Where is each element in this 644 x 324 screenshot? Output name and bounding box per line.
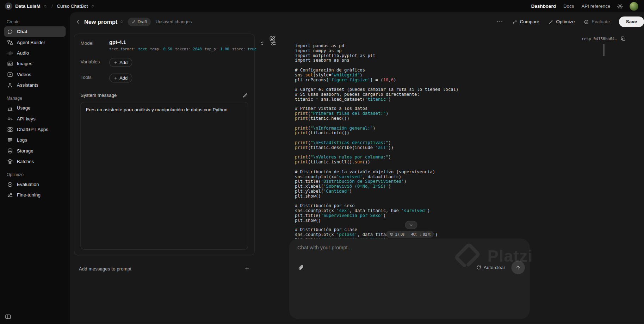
sidebar-item-label: Images [17,61,32,66]
sidebar-item-batches[interactable]: Batches [4,156,66,167]
input-tokens-value: 40t [411,232,416,237]
code-line: plt.show() [295,218,599,223]
generate-system-message-icon[interactable] [242,92,248,98]
add-messages-label: Add messages to prompt [79,266,131,271]
sidebar-section-create: Create [7,19,63,24]
compare-button[interactable]: Compare [512,19,539,24]
compare-label: Compare [520,19,539,24]
code-line: print("\nEstadísticas descriptivas:") [295,141,599,145]
usage-icon [7,105,13,111]
evaluate-button[interactable]: Evaluate [584,19,610,24]
arrow-up-icon [515,264,521,270]
sidebar-item-label: Fine-tuning [17,193,41,198]
arrow-up-small-icon: ↑ [408,232,410,236]
sidebar-item-assistants[interactable]: Assistants [4,80,66,90]
sidebar-item-audio[interactable]: Audio [4,48,66,58]
code-line: print(titanic.isnull().sum()) [295,160,599,165]
model-switch-icon[interactable] [259,40,265,46]
evaluate-label: Evaluate [592,19,610,24]
output-tokens-value: 827t [423,232,431,237]
sidebar-item-chatgpt-apps[interactable]: ChatGPT Apps [4,124,66,135]
pencil-icon [131,20,136,24]
attachment-paperclip-icon[interactable] [295,261,307,273]
add-variable-button[interactable]: Add [109,58,132,67]
add-tool-button[interactable]: Add [109,74,132,83]
optimize-button[interactable]: Optimize [548,19,575,24]
code-line: plt.title('Supervivencia por Sexo') [295,213,599,218]
code-line: # Si usas seaborn, puedes cargarlo direc… [295,92,599,97]
model-selector[interactable]: gpt-4.1 [109,39,259,45]
copy-icon[interactable] [621,36,626,42]
sidebar-item-label: Batches [17,159,34,164]
save-button[interactable]: Save [619,17,644,27]
nav-docs[interactable]: Docs [563,4,574,8]
code-scrollbar[interactable] [603,44,605,56]
prompt-config-card: Model gpt-4.1 text.format: texttemp: 0.5… [74,34,255,256]
sidebar-item-videos[interactable]: Videos [4,69,66,80]
sidebar-item-usage[interactable]: Usage [4,102,66,113]
sidebar-item-logs[interactable]: Logs [4,135,66,145]
sidebar-item-storage[interactable]: Storage [4,145,66,156]
sidebar-item-label: Chat [17,29,27,34]
compare-icon [512,19,517,24]
optimize-label: Optimize [556,19,575,24]
sidebar-item-images[interactable]: Images [4,58,66,69]
main-panel: New prompt Draft Unsaved changes Compare… [70,12,644,324]
tools-row: Tools Add [81,74,248,83]
back-button[interactable] [73,17,83,27]
batches-icon [7,158,13,164]
chevron-down-icon [409,223,414,228]
sidebar-item-chat[interactable]: Chat [4,26,66,37]
collapse-sidebar-icon[interactable] [5,314,11,320]
sidebar: CreateChatAgent BuilderAudioImagesVideos… [0,12,70,324]
sidebar-item-agent-builder[interactable]: Agent Builder [4,37,66,48]
code-line: import numpy as np [295,48,599,53]
scroll-to-bottom-button[interactable] [405,221,417,229]
chat-input[interactable]: Chat with your prompt... Auto-clear [289,238,530,319]
add-tool-label: Add [119,76,128,81]
latency-stat: 17.8s [389,232,404,237]
sidebar-item-label: Storage [17,148,33,153]
compose-edit-icon[interactable] [269,35,276,42]
latency-value: 17.8s [395,232,405,237]
draft-badge-label: Draft [137,19,147,24]
project-select-icon[interactable] [91,4,95,8]
variables-label: Variables [81,58,110,64]
assistants-icon [7,82,13,88]
sidebar-item-label: Audio [17,50,29,55]
sidebar-item-label: API keys [17,116,36,121]
more-options-button[interactable] [496,18,503,25]
code-line: print(titanic.describe(include='all')) [295,145,599,150]
draft-badge[interactable]: Draft [128,18,150,26]
sidebar-item-fine-tuning[interactable]: Fine-tuning [4,190,66,200]
add-message-button[interactable] [244,266,250,271]
plus-icon [114,61,117,64]
chat-controls: Auto-clear [295,260,525,275]
audio-icon [7,50,13,56]
sidebar-sections: CreateChatAgent BuilderAudioImagesVideos… [4,19,66,200]
code-line: print(titanic.info()) [295,131,599,136]
variables-row: Variables Add [81,58,248,67]
code-line [295,164,599,169]
system-message-input[interactable]: Eres un asistente para análisis y manipu… [81,102,248,250]
send-button[interactable] [511,261,525,274]
title-select-icon[interactable] [119,20,124,24]
project-name[interactable]: Curso ChatBot [57,4,88,8]
nav-api-reference[interactable]: API reference [581,4,610,8]
org-logo[interactable]: D [5,2,12,10]
unsaved-status: Unsaved changes [155,19,192,24]
auto-clear-toggle[interactable]: Auto-clear [476,264,505,270]
org-name[interactable]: Data LuisM [15,4,41,8]
nav-dashboard[interactable]: Dashboard [531,4,556,8]
settings-gear-icon[interactable] [617,3,623,9]
sidebar-item-evaluation[interactable]: Evaluation [4,179,66,189]
code-line: import seaborn as sns [295,58,599,63]
sidebar-item-api-keys[interactable]: API keys [4,113,66,124]
prompt-header: New prompt Draft Unsaved changes Compare… [70,12,644,31]
page-title[interactable]: New prompt [84,18,117,25]
user-avatar[interactable] [630,2,638,10]
clock-icon [389,232,394,237]
fine-tuning-icon [7,192,13,198]
org-select-icon[interactable] [43,4,48,8]
code-line: import pandas as pd [295,44,599,49]
